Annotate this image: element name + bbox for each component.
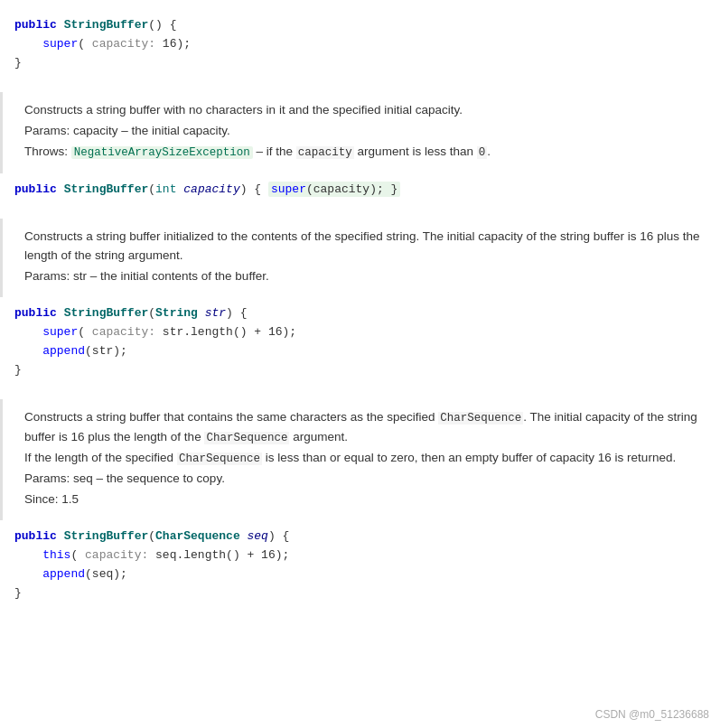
doc-params: Params: seq – the sequence to copy. (24, 470, 707, 489)
code-section-4: public StringBuffer(CharSequence seq) { … (0, 520, 720, 610)
code-section-3: public StringBuffer(String str) { super(… (0, 297, 720, 387)
page-container: public StringBuffer() { super( capacity:… (0, 0, 720, 728)
code-section-2: public StringBuffer(int capacity) { supe… (0, 173, 720, 207)
doc-text: Constructs a string buffer with no chara… (24, 101, 707, 120)
code-line: public StringBuffer(String str) { (7, 304, 720, 323)
code-line: } (7, 584, 720, 603)
code-line: } (7, 361, 720, 380)
code-line: append(seq); (7, 565, 720, 584)
doc-params: Params: capacity – the initial capacity. (24, 122, 707, 141)
code-line: } (7, 54, 720, 73)
code-line: public StringBuffer(CharSequence seq) { (7, 527, 720, 546)
doc-params: Params: str – the initial contents of th… (24, 267, 707, 286)
doc-since: Since: 1.5 (24, 490, 707, 509)
code-line: super( capacity: str.length() + 16); (7, 323, 720, 342)
code-line: this( capacity: seq.length() + 16); (7, 546, 720, 565)
doc-text-2: If the length of the specified CharSeque… (24, 449, 707, 468)
doc-text: Constructs a string buffer initialized t… (24, 228, 707, 266)
doc-block-1: Constructs a string buffer with no chara… (0, 92, 720, 173)
code-line: super( capacity: 16); (7, 35, 720, 54)
exception-link[interactable]: NegativeArraySizeException (71, 145, 253, 158)
code-line: public StringBuffer(int capacity) { supe… (7, 181, 720, 200)
code-section-1: public StringBuffer() { super( capacity:… (0, 9, 720, 79)
doc-block-2: Constructs a string buffer initialized t… (0, 219, 720, 297)
doc-text: Constructs a string buffer that contains… (24, 408, 707, 447)
doc-block-3: Constructs a string buffer that contains… (0, 399, 720, 520)
doc-throws: Throws: NegativeArraySizeException – if … (24, 143, 707, 162)
code-line: public StringBuffer() { (7, 16, 720, 35)
watermark: CSDN @m0_51236688 (595, 708, 709, 721)
code-line: append(str); (7, 342, 720, 361)
